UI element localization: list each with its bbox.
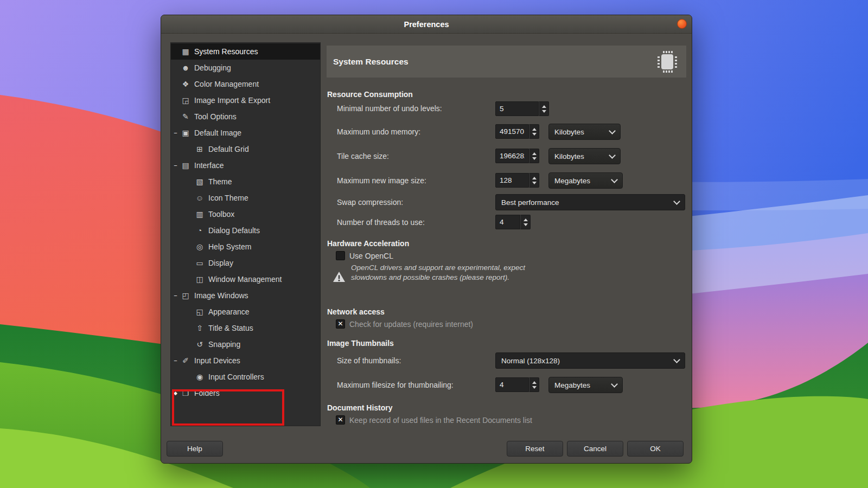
window-title: Preferences (404, 20, 449, 29)
sidebar-item-title-status[interactable]: ⇧ Title & Status (171, 320, 320, 336)
chevron-down-icon (609, 127, 616, 134)
new-image-size-input[interactable] (495, 173, 529, 188)
opencl-warning: OpenCL drivers and support are experimen… (333, 263, 566, 284)
collapse-expander-icon[interactable]: − (171, 157, 180, 174)
new-image-size-unit-dropdown[interactable]: Megabytes (548, 172, 623, 189)
tile-cache-spinbox (495, 149, 539, 163)
keep-record-label: Keep record of used files in the Recent … (349, 416, 532, 425)
chevron-down-icon (611, 381, 618, 388)
page-header: System Resources (327, 46, 686, 78)
check-updates-checkbox[interactable] (336, 319, 345, 329)
section-document-history: Document History (327, 403, 393, 412)
titlebar[interactable]: Preferences (161, 15, 692, 34)
undo-memory-input[interactable] (495, 124, 529, 139)
tile-cache-input[interactable] (495, 149, 529, 163)
spinner-arrows-icon[interactable] (539, 101, 549, 116)
keep-record-checkbox[interactable] (336, 415, 345, 425)
sidebar-item-default-image[interactable]: − ▣ Default Image (171, 125, 320, 141)
dialog-defaults-icon: ◔ (194, 226, 205, 235)
sidebar-item-color-management[interactable]: ❖ Color Management (171, 76, 320, 92)
sidebar-item-window-management[interactable]: ◫ Window Management (171, 271, 320, 287)
tile-cache-unit-dropdown[interactable]: Kilobytes (548, 148, 621, 164)
folders-icon: ❐ (180, 389, 191, 397)
sidebar-item-default-grid[interactable]: ⊞ Default Grid (171, 141, 320, 157)
check-updates-label: Check for updates (requires internet) (349, 320, 473, 329)
sidebar-item-system-resources[interactable]: ▦ System Resources (171, 43, 320, 60)
chevron-down-icon (673, 198, 680, 205)
window-management-icon: ◫ (194, 275, 205, 284)
sidebar-item-toolbox[interactable]: ▥ Toolbox (171, 206, 320, 222)
thumb-size-label: Size of thumbnails: (337, 356, 401, 365)
undo-memory-unit-dropdown[interactable]: Kilobytes (548, 124, 621, 140)
spinner-arrows-icon[interactable] (529, 173, 539, 188)
close-button[interactable] (677, 19, 687, 29)
snapping-icon: ↺ (194, 340, 205, 349)
sidebar-item-theme[interactable]: ▧ Theme (171, 174, 320, 190)
spinner-arrows-icon[interactable] (529, 124, 539, 139)
appearance-icon: ◱ (194, 307, 205, 316)
section-resource-consumption: Resource Consumption (327, 90, 413, 99)
help-system-icon: ◎ (194, 242, 205, 251)
new-image-size-spinbox (495, 173, 539, 188)
max-filesize-spinbox (495, 377, 539, 392)
keep-record-row: Keep record of used files in the Recent … (336, 415, 532, 425)
sidebar-item-dialog-defaults[interactable]: ◔ Dialog Defaults (171, 222, 320, 239)
tile-cache-label: Tile cache size: (337, 152, 389, 160)
use-opencl-checkbox[interactable] (336, 251, 345, 260)
ok-button[interactable]: OK (627, 441, 684, 457)
help-button[interactable]: Help (167, 441, 223, 457)
sidebar-item-appearance[interactable]: ◱ Appearance (171, 304, 320, 320)
sidebar-item-image-import-export[interactable]: ◲ Image Import & Export (171, 92, 320, 108)
cancel-button[interactable]: Cancel (567, 441, 623, 457)
undo-levels-spinbox (495, 101, 549, 116)
section-hardware-acceleration: Hardware Acceleration (327, 239, 409, 248)
grid-icon: ⊞ (194, 145, 205, 153)
swap-compression-label: Swap compression: (337, 198, 403, 207)
title-status-icon: ⇧ (194, 324, 205, 332)
cpu-icon: ▦ (180, 47, 191, 56)
section-image-thumbnails: Image Thumbnails (327, 339, 394, 348)
undo-memory-spinbox (495, 124, 539, 139)
max-filesize-label: Maximum filesize for thumbnailing: (337, 381, 454, 389)
theme-icon: ▧ (194, 177, 205, 186)
collapse-expander-icon[interactable]: − (171, 125, 180, 141)
sidebar-item-debugging[interactable]: ☻ Debugging (171, 60, 320, 76)
chevron-down-icon (611, 176, 618, 183)
spinner-arrows-icon[interactable] (529, 149, 539, 163)
reset-button[interactable]: Reset (507, 441, 563, 457)
max-filesize-unit-dropdown[interactable]: Megabytes (548, 377, 623, 393)
collapse-expander-icon[interactable]: − (171, 352, 180, 369)
expand-expander-icon[interactable]: ◆ (171, 385, 180, 401)
thumb-size-dropdown[interactable]: Normal (128x128) (495, 352, 685, 369)
spinner-arrows-icon[interactable] (520, 215, 531, 229)
swap-compression-dropdown[interactable]: Best performance (495, 194, 685, 210)
spinner-arrows-icon[interactable] (529, 377, 539, 392)
sidebar-item-folders[interactable]: ◆ ❐ Folders (171, 385, 320, 401)
sidebar-item-image-windows[interactable]: − ◰ Image Windows (171, 287, 320, 304)
dialog-footer: Help Reset Cancel OK (167, 441, 684, 457)
input-controllers-icon: ◉ (194, 373, 205, 381)
threads-label: Number of threads to use: (337, 218, 425, 227)
undo-levels-input[interactable] (495, 101, 539, 116)
sidebar-item-snapping[interactable]: ↺ Snapping (171, 336, 320, 352)
sidebar-item-icon-theme[interactable]: ☺ Icon Theme (171, 190, 320, 206)
wilber-icon: ☻ (180, 63, 191, 72)
sidebar-item-interface[interactable]: − ▤ Interface (171, 157, 320, 174)
threads-input[interactable] (495, 215, 520, 229)
undo-memory-label: Maximum undo memory: (337, 127, 420, 136)
max-filesize-input[interactable] (495, 377, 529, 392)
collapse-expander-icon[interactable]: − (171, 287, 180, 304)
sidebar-item-tool-options[interactable]: ✎ Tool Options (171, 108, 320, 125)
sidebar-item-input-controllers[interactable]: ◉ Input Controllers (171, 369, 320, 385)
new-image-size-label: Maximum new image size: (337, 176, 426, 185)
sidebar-item-help-system[interactable]: ◎ Help System (171, 239, 320, 255)
color-management-icon: ❖ (180, 80, 191, 88)
sidebar-item-display[interactable]: ▭ Display (171, 255, 320, 271)
page-title: System Resources (333, 57, 655, 67)
tool-options-icon: ✎ (180, 112, 191, 121)
image-windows-icon: ◰ (180, 291, 191, 300)
warning-icon (333, 271, 346, 284)
sidebar-item-input-devices[interactable]: − ✐ Input Devices (171, 352, 320, 369)
section-network-access: Network access (327, 307, 385, 316)
preferences-dialog: Preferences ▦ System Resources ☻ Debuggi… (161, 15, 692, 464)
